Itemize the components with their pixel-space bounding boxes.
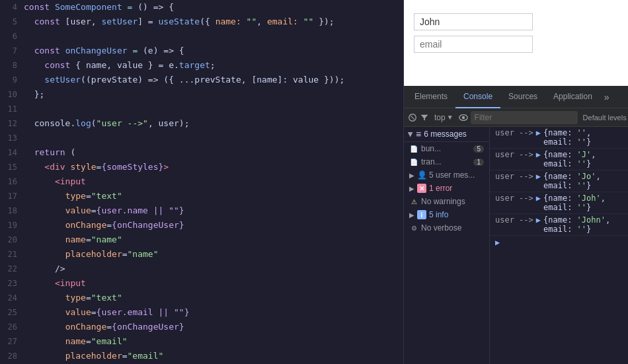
- context-dropdown[interactable]: top ▼: [432, 112, 456, 124]
- line-code: console.log("user -->", user);: [24, 116, 190, 131]
- line-number: 27: [0, 334, 24, 349]
- line-code: <input: [24, 174, 86, 189]
- line-number: 13: [0, 131, 24, 145]
- line-number: 15: [0, 160, 24, 174]
- code-line: 5 const [user, setUser] = useState({ nam…: [0, 15, 403, 29]
- list-item[interactable]: 📄 bun... 5: [404, 142, 489, 155]
- list-item[interactable]: 📄 tran... 1: [404, 155, 489, 168]
- line-number: 6: [0, 29, 24, 44]
- msg-arrow-icon: user -->: [495, 128, 533, 137]
- file-icon: 📄: [409, 157, 418, 166]
- user-messages-icon: 👤: [417, 170, 426, 180]
- info-icon: i: [417, 210, 426, 219]
- line-number: 23: [0, 276, 24, 291]
- dropdown-arrow-icon: ▼: [447, 114, 453, 121]
- list-item[interactable]: ▶ 👤 5 user mes...: [404, 168, 489, 182]
- line-code: value={user.email || ""}: [24, 305, 189, 320]
- item-label: No verbose: [421, 223, 461, 233]
- console-message-row[interactable]: user --> ▶ {name: 'Joh', email: ''}: [490, 192, 628, 214]
- line-code: const [user, setUser] = useState({ name:…: [24, 15, 334, 29]
- live-expressions-icon[interactable]: [459, 111, 468, 124]
- tab-application[interactable]: Application: [545, 86, 600, 108]
- console-toolbar: top ▼ Default levels: [404, 108, 628, 127]
- context-label: top: [434, 113, 446, 122]
- tab-console[interactable]: Console: [455, 86, 500, 108]
- devtools-chrome: Elements Console Sources Application »: [404, 86, 628, 364]
- line-code: placeholder="name": [24, 247, 159, 262]
- code-line: 27 name="email": [0, 334, 403, 349]
- expand-icon[interactable]: ▶: [536, 150, 541, 159]
- line-number: 7: [0, 44, 24, 58]
- line-code: />: [24, 262, 65, 276]
- warning-icon: ⚠: [409, 197, 418, 206]
- console-message-row[interactable]: user --> ▶ {name: 'John', email: ''}: [490, 214, 628, 236]
- list-item[interactable]: ⚠ No warnings: [404, 195, 489, 208]
- line-code: const { name, value } = e.target;: [24, 58, 216, 73]
- line-number: 24: [0, 291, 24, 305]
- expand-icon[interactable]: ▶: [536, 215, 541, 225]
- code-line: 25 value={user.email || ""}: [0, 305, 403, 320]
- file-icon: 📄: [409, 144, 418, 153]
- more-tabs-icon[interactable]: »: [600, 92, 613, 102]
- msg-content: {name: '', email: ''}: [543, 128, 623, 147]
- default-levels-button[interactable]: Default levels: [580, 112, 628, 123]
- item-label: 5 info: [429, 210, 448, 219]
- code-line: 6: [0, 29, 403, 44]
- collapse-icon: ▶: [409, 185, 414, 192]
- line-number: 14: [0, 145, 24, 160]
- code-line: 20 name="name": [0, 233, 403, 247]
- list-item[interactable]: ▶ i 5 info: [404, 208, 489, 221]
- collapse-icon: ▶: [409, 172, 414, 179]
- messages-group-header[interactable]: ▶ ≡ 6 messages: [404, 127, 489, 142]
- line-code: <div style={someStyles}>: [24, 160, 169, 174]
- tab-sources[interactable]: Sources: [500, 86, 545, 108]
- line-number: 12: [0, 116, 24, 131]
- line-code: value={user.name || ""}: [24, 203, 184, 218]
- line-number: 5: [0, 15, 24, 29]
- line-code: name="email": [24, 334, 128, 349]
- line-code: type="text": [24, 189, 122, 203]
- console-filter-input[interactable]: [471, 111, 578, 124]
- code-line: 4const SomeComponent = () => {: [0, 0, 403, 15]
- code-line: 7 const onChangeUser = (e) => {: [0, 44, 403, 58]
- code-line: 24 type="text": [0, 291, 403, 305]
- line-code: setUser((prevState) => ({ ...prevState, …: [24, 73, 344, 87]
- list-item[interactable]: ▶ ✕ 1 error: [404, 182, 489, 195]
- console-messages-panel: user --> ▶ {name: '', email: ''} user --…: [490, 127, 628, 364]
- expand-icon[interactable]: ▶: [536, 194, 541, 203]
- filter-icon[interactable]: [420, 111, 429, 124]
- line-number: 10: [0, 87, 24, 102]
- code-line: 11: [0, 102, 403, 116]
- expand-icon[interactable]: ▶: [536, 128, 541, 137]
- triangle-open-icon: ▶: [407, 131, 414, 137]
- msg-arrow-icon: user -->: [495, 194, 533, 203]
- list-item[interactable]: ⚙ No verbose: [404, 221, 489, 235]
- line-number: 22: [0, 262, 24, 276]
- preview-area: [404, 0, 628, 86]
- code-line: 12 console.log("user -->", user);: [0, 116, 403, 131]
- line-code: const SomeComponent = () => {: [24, 0, 174, 15]
- item-count: 1: [473, 159, 484, 166]
- line-number: 18: [0, 203, 24, 218]
- msg-arrow-icon: user -->: [495, 215, 533, 225]
- console-message-row[interactable]: user --> ▶ {name: 'J', email: ''}: [490, 149, 628, 170]
- expand-bottom-icon[interactable]: ▶: [495, 238, 500, 247]
- line-number: 20: [0, 233, 24, 247]
- bottom-expand-row[interactable]: ▶: [490, 236, 628, 249]
- expand-icon[interactable]: ▶: [536, 172, 541, 181]
- line-code: <input: [24, 276, 86, 291]
- line-code: };: [24, 87, 44, 102]
- tab-elements[interactable]: Elements: [407, 86, 455, 108]
- clear-console-icon[interactable]: [408, 111, 417, 124]
- console-output: ▶ ≡ 6 messages 📄 bun... 5 📄 tran... 1: [404, 127, 628, 364]
- console-message-row[interactable]: user --> ▶ {name: '', email: ''}: [490, 127, 628, 149]
- name-preview-input[interactable]: [414, 13, 533, 30]
- code-line: 22 />: [0, 262, 403, 276]
- console-message-row[interactable]: user --> ▶ {name: 'Jo', email: ''}: [490, 170, 628, 192]
- code-line: 18 value={user.name || ""}: [0, 203, 403, 218]
- collapse-icon: ▶: [409, 211, 414, 219]
- line-code: name="name": [24, 233, 122, 247]
- line-code: type="text": [24, 291, 122, 305]
- email-preview-input[interactable]: [414, 36, 533, 53]
- msg-content: {name: 'Jo', email: ''}: [543, 172, 623, 190]
